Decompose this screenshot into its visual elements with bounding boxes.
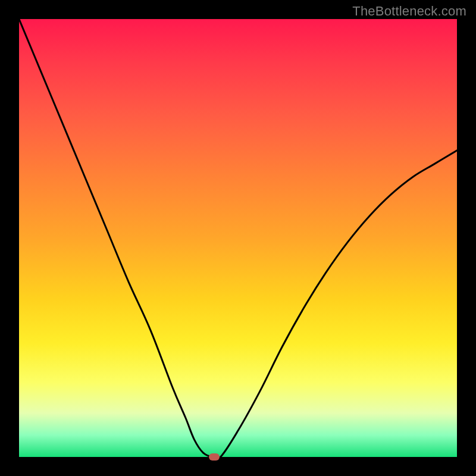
plot-area	[19, 19, 457, 457]
watermark-text: TheBottleneck.com	[352, 4, 466, 19]
curve-svg	[19, 19, 457, 457]
optimal-marker	[209, 453, 220, 461]
chart-frame: TheBottleneck.com	[0, 0, 476, 476]
bottleneck-curve	[19, 19, 457, 457]
